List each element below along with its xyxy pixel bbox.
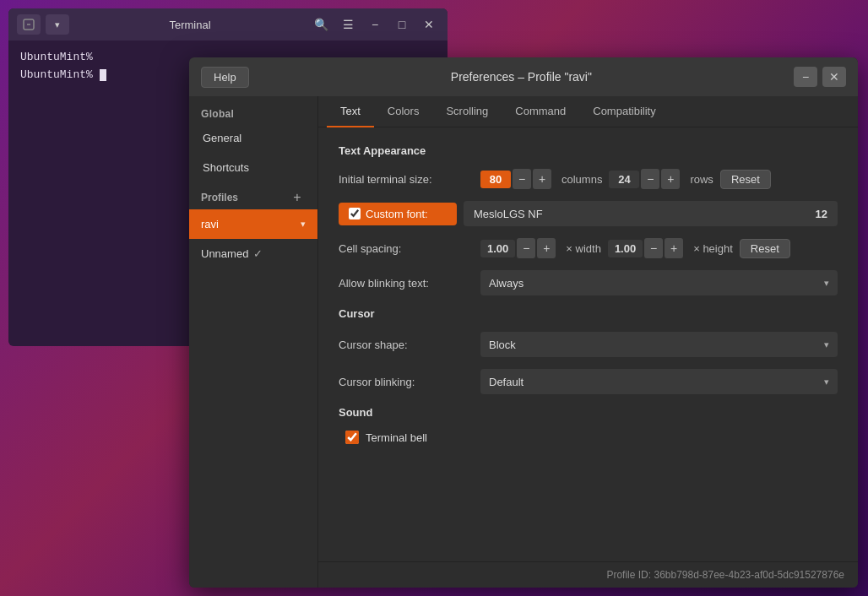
custom-font-checkbox-label[interactable]: Custom font: — [339, 203, 457, 225]
sidebar-item-general[interactable]: General — [189, 123, 317, 153]
cursor-blinking-row: Cursor blinking: Default ▾ — [339, 369, 838, 394]
rows-decrement-button[interactable]: − — [641, 169, 659, 189]
font-name: MesloLGS NF — [474, 208, 543, 220]
font-size: 12 — [816, 208, 827, 220]
prefs-dialog: Help Preferences – Profile "ravi" − ✕ Gl… — [189, 57, 858, 588]
sidebar-unnamed-item[interactable]: Unnamed ✓ — [189, 239, 317, 268]
prefs-body: Global General Shortcuts Profiles + ravi… — [189, 96, 858, 588]
cursor-heading: Cursor — [339, 307, 838, 320]
custom-font-checkbox[interactable] — [349, 208, 361, 219]
prefs-title: Preferences – Profile "ravi" — [249, 70, 794, 84]
prefs-close-button[interactable]: ✕ — [822, 67, 846, 87]
rows-increment-button[interactable]: + — [661, 169, 680, 189]
tabs-bar: Text Colors Scrolling Command Compatibil… — [318, 96, 858, 127]
tab-scrolling[interactable]: Scrolling — [432, 96, 502, 127]
right-panel: Text Colors Scrolling Command Compatibil… — [317, 96, 858, 588]
cell-height-decrement-button[interactable]: − — [644, 238, 663, 258]
custom-font-label: Custom font: — [366, 208, 428, 220]
cell-reset-button[interactable]: Reset — [740, 239, 790, 258]
cursor-blinking-dropdown[interactable]: Default ▾ — [480, 369, 838, 394]
columns-increment-button[interactable]: + — [533, 169, 551, 189]
blink-label: Allow blinking text: — [339, 277, 474, 290]
tab-text[interactable]: Text — [327, 96, 374, 127]
cell-height-spinner: 1.00 − + — [608, 238, 683, 258]
chevron-down-icon: ▾ — [301, 219, 306, 230]
initial-size-row: Initial terminal size: 80 − + columns 24… — [339, 169, 838, 189]
terminal-menu-button[interactable]: ☰ — [338, 14, 358, 35]
terminal-search-button[interactable]: 🔍 — [311, 14, 331, 35]
prefs-minimize-button[interactable]: − — [794, 67, 817, 87]
cell-height-value: 1.00 — [608, 240, 643, 257]
cell-width-spinner: 1.00 − + — [480, 238, 556, 258]
cell-width-increment-button[interactable]: + — [537, 238, 556, 258]
terminal-bell-checkbox[interactable] — [345, 431, 359, 444]
sound-section: Sound Terminal bell — [339, 406, 838, 444]
cell-height-increment-button[interactable]: + — [665, 238, 683, 258]
sidebar-unnamed-check-icon: ✓ — [253, 247, 263, 260]
terminal-dropdown-button[interactable]: ▾ — [46, 14, 69, 35]
cursor-shape-label: Cursor shape: — [339, 339, 474, 351]
tab-content: Text Appearance Initial terminal size: 8… — [318, 127, 858, 561]
custom-font-row: Custom font: MesloLGS NF 12 — [339, 201, 838, 226]
terminal-window-buttons: 🔍 ☰ − □ ✕ — [311, 14, 439, 35]
terminal-maximize-button[interactable]: □ — [392, 14, 412, 35]
cell-spacing-label: Cell spacing: — [339, 242, 474, 255]
profile-id-text: Profile ID: 36bb798d-87ee-4b23-af0d-5dc9… — [606, 569, 844, 581]
sidebar-add-profile-button[interactable]: + — [289, 189, 306, 206]
sidebar-global-section: Global — [189, 101, 317, 123]
terminal-titlebar: ▾ Terminal 🔍 ☰ − □ ✕ — [8, 8, 448, 41]
terminal-icon-button[interactable] — [17, 14, 41, 35]
columns-decrement-button[interactable]: − — [513, 169, 531, 189]
profile-id-bar: Profile ID: 36bb798d-87ee-4b23-af0d-5dc9… — [318, 561, 858, 588]
prefs-window-buttons: − ✕ — [794, 67, 846, 87]
cursor-shape-dropdown[interactable]: Block ▾ — [480, 332, 838, 357]
sidebar-unnamed-label: Unnamed — [201, 247, 248, 260]
cell-width-decrement-button[interactable]: − — [517, 238, 535, 258]
cursor-blinking-label: Cursor blinking: — [339, 376, 474, 388]
columns-unit: columns — [561, 173, 602, 186]
columns-spinner: 80 − + — [480, 169, 551, 189]
blink-dropdown-arrow-icon: ▾ — [824, 278, 829, 289]
sound-heading: Sound — [339, 406, 838, 419]
cursor-blinking-value: Default — [489, 376, 524, 388]
blink-value: Always — [489, 277, 524, 290]
cursor-shape-value: Block — [489, 339, 516, 351]
tab-colors[interactable]: Colors — [374, 96, 433, 127]
text-appearance-heading: Text Appearance — [339, 144, 838, 157]
terminal-bell-row: Terminal bell — [345, 431, 838, 444]
terminal-bell-label: Terminal bell — [366, 431, 427, 444]
rows-unit: rows — [690, 173, 713, 186]
size-reset-button[interactable]: Reset — [720, 170, 771, 189]
sidebar-profiles-label: Profiles — [201, 192, 289, 203]
terminal-cursor — [100, 69, 106, 81]
cell-width-value: 1.00 — [480, 240, 515, 257]
cell-spacing-row: Cell spacing: 1.00 − + × width 1.00 − + … — [339, 238, 838, 258]
blink-dropdown[interactable]: Always ▾ — [480, 270, 838, 295]
prefs-titlebar: Help Preferences – Profile "ravi" − ✕ — [189, 57, 858, 96]
blink-row: Allow blinking text: Always ▾ — [339, 270, 838, 295]
sidebar: Global General Shortcuts Profiles + ravi… — [189, 96, 317, 588]
font-display[interactable]: MesloLGS NF 12 — [464, 201, 838, 226]
cursor-shape-arrow-icon: ▾ — [824, 339, 829, 350]
help-button[interactable]: Help — [201, 67, 249, 88]
sidebar-ravi-label: ravi — [201, 218, 301, 230]
rows-spinner: 24 − + — [609, 169, 680, 189]
terminal-minimize-button[interactable]: − — [365, 14, 385, 35]
sidebar-profile-ravi[interactable]: ravi ▾ — [189, 209, 317, 239]
cursor-shape-row: Cursor shape: Block ▾ — [339, 332, 838, 357]
rows-value: 24 — [609, 171, 639, 188]
sidebar-profiles-header: Profiles + — [189, 182, 317, 209]
terminal-close-button[interactable]: ✕ — [419, 14, 439, 35]
cell-height-unit: × height — [693, 242, 733, 255]
tab-compatibility[interactable]: Compatibility — [579, 96, 669, 127]
cell-width-unit: × width — [566, 242, 601, 255]
columns-value: 80 — [480, 171, 511, 188]
terminal-title: Terminal — [74, 19, 306, 31]
initial-size-label: Initial terminal size: — [339, 173, 474, 186]
sidebar-item-shortcuts[interactable]: Shortcuts — [189, 153, 317, 182]
tab-command[interactable]: Command — [502, 96, 579, 127]
cursor-blinking-arrow-icon: ▾ — [824, 377, 829, 387]
cursor-section: Cursor Cursor shape: Block ▾ Cursor blin… — [339, 307, 838, 394]
